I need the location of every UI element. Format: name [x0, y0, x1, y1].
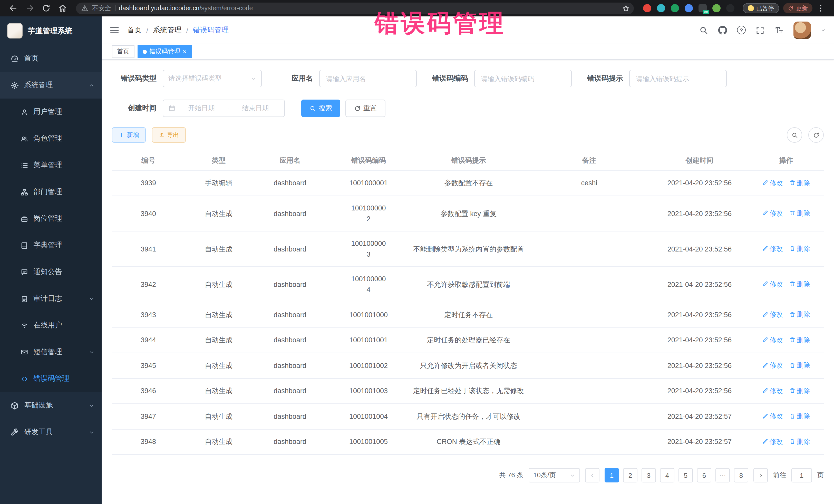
- sidebar-item-dev-tools[interactable]: 研发工具: [0, 419, 102, 445]
- page-number-button[interactable]: 3: [641, 468, 656, 482]
- tab-错误码管理[interactable]: 错误码管理×: [137, 45, 192, 58]
- sidebar-item-role[interactable]: 角色管理: [0, 125, 102, 152]
- delete-link[interactable]: 删除: [789, 279, 810, 289]
- delete-link[interactable]: 删除: [789, 208, 810, 219]
- delete-link[interactable]: 删除: [789, 385, 810, 396]
- sidebar-item-audit-log[interactable]: 审计日志: [0, 285, 102, 312]
- home-icon[interactable]: [58, 4, 67, 13]
- tab-首页[interactable]: 首页: [112, 45, 134, 58]
- delete-link[interactable]: 删除: [789, 360, 810, 371]
- delete-link[interactable]: 删除: [789, 436, 810, 447]
- extension-icon[interactable]: [712, 4, 720, 12]
- sidebar-item-online-user[interactable]: 在线用户: [0, 312, 102, 339]
- wrench-icon: [10, 428, 19, 437]
- next-page-button[interactable]: [753, 468, 768, 482]
- sidebar-item-system[interactable]: 系统管理: [0, 72, 102, 98]
- edit-link[interactable]: 修改: [762, 309, 783, 320]
- edit-link[interactable]: 修改: [762, 411, 783, 421]
- breadcrumb-item[interactable]: 首页: [127, 25, 142, 35]
- sidebar-item-dept[interactable]: 部门管理: [0, 179, 102, 205]
- fullscreen-icon[interactable]: [755, 25, 765, 35]
- create-time-range-picker[interactable]: 开始日期 - 结束日期: [163, 100, 285, 117]
- error-code-type-select[interactable]: 请选择错误码类型: [163, 70, 262, 87]
- address-bar[interactable]: 不安全 dashboard.yudao.iocoder.cn/system/er…: [76, 2, 634, 14]
- logo[interactable]: 芋道管理系统: [0, 17, 102, 45]
- search-icon[interactable]: [699, 25, 708, 35]
- delete-icon: [789, 246, 795, 252]
- sidebar-item-home[interactable]: 首页: [0, 45, 102, 72]
- delete-label: 删除: [797, 385, 810, 396]
- github-icon[interactable]: [718, 25, 727, 35]
- sidebar-item-infra[interactable]: 基础设施: [0, 392, 102, 419]
- delete-link[interactable]: 删除: [789, 334, 810, 345]
- extension-icon[interactable]: [684, 4, 693, 12]
- page-number-button[interactable]: 2: [623, 468, 637, 482]
- error-code-input[interactable]: [474, 70, 572, 87]
- add-button[interactable]: 新增: [112, 127, 146, 143]
- page-number-button[interactable]: 6: [697, 468, 711, 482]
- cell-app: dashboard: [253, 404, 327, 429]
- bookmark-star-icon[interactable]: [622, 4, 630, 12]
- toggle-search-button[interactable]: [787, 127, 802, 143]
- page-ellipsis[interactable]: ···: [716, 468, 730, 482]
- extension-icon[interactable]: [726, 4, 734, 12]
- edit-icon: [762, 362, 768, 368]
- hamburger-icon[interactable]: [102, 17, 127, 44]
- tab-close-icon[interactable]: ×: [183, 48, 186, 55]
- delete-link[interactable]: 删除: [789, 243, 810, 254]
- app-name-input[interactable]: [319, 70, 417, 87]
- search-button[interactable]: 搜索: [301, 100, 340, 117]
- font-size-icon[interactable]: [774, 25, 784, 35]
- page-number-button[interactable]: 5: [679, 468, 693, 482]
- edit-link[interactable]: 修改: [762, 208, 783, 219]
- edit-link[interactable]: 修改: [762, 279, 783, 289]
- paused-badge[interactable]: 已暂停: [742, 3, 779, 13]
- extension-icon[interactable]: [643, 4, 651, 12]
- goto-page-input[interactable]: [791, 468, 812, 482]
- edit-link[interactable]: 修改: [762, 385, 783, 396]
- sidebar-item-notice[interactable]: 通知公告: [0, 259, 102, 285]
- browser-menu-icon[interactable]: [816, 4, 825, 13]
- prev-page-button[interactable]: [585, 468, 599, 482]
- export-button-label: 导出: [167, 131, 179, 139]
- edit-link[interactable]: 修改: [762, 177, 783, 188]
- delete-link[interactable]: 删除: [789, 177, 810, 188]
- delete-label: 删除: [797, 436, 810, 447]
- cell-app: dashboard: [253, 302, 327, 327]
- sidebar-item-user[interactable]: 用户管理: [0, 98, 102, 125]
- sidebar-item-menu[interactable]: 菜单管理: [0, 152, 102, 179]
- edit-link[interactable]: 修改: [762, 334, 783, 345]
- extension-icon[interactable]: on: [698, 4, 706, 12]
- breadcrumb-item[interactable]: 系统管理: [153, 25, 182, 35]
- sidebar-item-error-code[interactable]: 错误码管理: [0, 366, 102, 392]
- extension-icon[interactable]: [657, 4, 665, 12]
- page-number-button[interactable]: 4: [660, 468, 674, 482]
- cell-id: 3942: [112, 267, 185, 302]
- delete-link[interactable]: 删除: [789, 309, 810, 320]
- page-size-select[interactable]: 10条/页: [529, 468, 580, 482]
- error-hint-input[interactable]: [629, 70, 727, 87]
- edit-link[interactable]: 修改: [762, 360, 783, 371]
- delete-label: 删除: [797, 360, 810, 371]
- export-button[interactable]: 导出: [152, 127, 186, 143]
- back-icon[interactable]: [9, 4, 18, 13]
- sidebar-item-dict[interactable]: 字典管理: [0, 232, 102, 259]
- edit-link[interactable]: 修改: [762, 436, 783, 447]
- extension-icon[interactable]: [671, 4, 679, 12]
- page-number-button[interactable]: 1: [605, 468, 619, 482]
- help-icon[interactable]: [737, 26, 746, 35]
- sidebar-item-post[interactable]: 岗位管理: [0, 205, 102, 232]
- forward-icon[interactable]: [25, 4, 35, 13]
- sidebar-item-label: 系统管理: [24, 81, 53, 90]
- avatar-caret-icon[interactable]: [821, 27, 826, 32]
- sidebar-item-sms[interactable]: 短信管理: [0, 339, 102, 366]
- refresh-table-button[interactable]: [808, 127, 824, 143]
- update-button[interactable]: 更新: [783, 3, 812, 13]
- page-number-button[interactable]: 8: [734, 468, 748, 482]
- delete-link[interactable]: 删除: [789, 411, 810, 421]
- reload-icon[interactable]: [42, 4, 51, 13]
- edit-link[interactable]: 修改: [762, 243, 783, 254]
- avatar[interactable]: [793, 21, 811, 39]
- reset-button[interactable]: 重置: [345, 100, 386, 117]
- cell-id: 3947: [112, 404, 185, 429]
